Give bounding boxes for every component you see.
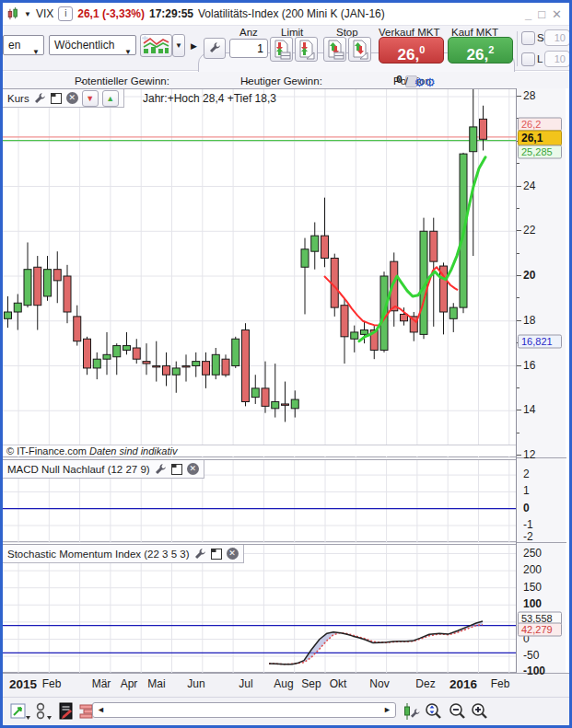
quantity-input[interactable] [229, 39, 268, 58]
symbol-menu-caret[interactable]: ▼ [24, 10, 31, 18]
candle-body [449, 307, 457, 318]
stop-points-input[interactable]: 10 [544, 29, 570, 46]
close-pane-icon[interactable]: ✕ [66, 92, 78, 104]
candlestick-icon [6, 7, 19, 20]
stop-checkbox[interactable] [521, 31, 535, 45]
today-profit-value: - [246, 75, 250, 87]
smi-axis-label: 150 [523, 581, 542, 594]
minimize-button[interactable]: _ [525, 7, 531, 21]
sell-market-button[interactable]: 26,0 [379, 37, 444, 64]
instrument-description: Volatilitäts-Index (200 Mini K (JAN-16) [198, 7, 385, 20]
price-axis-label: 24 [523, 179, 535, 192]
candle-body [242, 330, 250, 402]
price-chart[interactable] [3, 89, 516, 458]
maximize-button[interactable]: □ [538, 7, 545, 21]
smi-chart[interactable] [3, 545, 516, 674]
chart-style-button[interactable] [140, 34, 172, 57]
candle-body [172, 368, 180, 375]
candle-body [351, 332, 358, 339]
wrench-icon[interactable] [33, 92, 46, 105]
horizontal-scrollbar[interactable]: ◄ ► [92, 702, 396, 718]
series-type-dropdown[interactable]: en▼ [3, 35, 44, 55]
today-profit-label: Heutiger Gewinn: - [240, 74, 246, 85]
wrench-icon[interactable] [193, 548, 206, 560]
scroll-left-icon[interactable]: ◄ [97, 705, 105, 714]
x-axis-label: Sep [301, 677, 321, 690]
smi-axis-label: 200 [523, 563, 542, 576]
buy-market-button[interactable]: 26,2 [448, 37, 513, 64]
time-axis[interactable]: 2015FebMärAprMaiJunJulAugSepOktNovDez201… [3, 673, 569, 697]
limit-order-icon [296, 38, 317, 61]
candle-body [232, 339, 239, 365]
candle-body [5, 312, 12, 318]
trade-settings-button[interactable] [204, 38, 226, 59]
scroll-right-icon[interactable]: ► [383, 705, 391, 714]
wrench-icon [208, 41, 221, 54]
close-pane-icon[interactable]: ✕ [227, 548, 239, 560]
candle-body [301, 249, 309, 268]
x-axis-label: Dez [415, 677, 435, 690]
axis-tick [517, 433, 519, 433]
candle-body [163, 366, 170, 376]
candle-body [430, 231, 438, 261]
smi-axis-label: 250 [523, 547, 542, 560]
axis-tick [517, 365, 521, 366]
stop-checkbox-label: S [537, 32, 544, 43]
price-axis[interactable]: 2824222018161412210-1-22502001501000-50-… [516, 88, 566, 673]
sell-arrow-button[interactable]: ▼ [82, 90, 99, 107]
close-pane-icon[interactable]: ✕ [187, 463, 199, 475]
stop-buy-button[interactable] [348, 37, 371, 62]
candle-body [203, 362, 210, 376]
order-settings-gears-icon[interactable]: ⚙⚙ [414, 75, 435, 89]
disclaimer-note: Daten sind indikativ [89, 445, 177, 456]
axis-tick [517, 387, 519, 388]
price-axis-label: 22 [523, 224, 535, 237]
smi-axis-label: -100 [523, 664, 545, 677]
detach-panel-icon[interactable] [170, 463, 183, 476]
chart-style-caret[interactable]: ▼ [172, 34, 185, 57]
detach-panel-icon[interactable] [50, 92, 63, 105]
limit-points-input[interactable]: 10 [544, 51, 570, 67]
price-axis-label: 12 [523, 448, 535, 461]
price-axis-label: 18 [523, 314, 535, 327]
last-price-change: 26,1 (-3,33%) [77, 7, 145, 20]
draw-tool-button[interactable] [10, 701, 32, 722]
limit-checkbox[interactable] [521, 52, 535, 66]
chart-settings-button[interactable] [402, 701, 422, 722]
x-axis-label: Apr [121, 677, 138, 690]
candle-body [470, 127, 477, 152]
x-axis-label: 2015 [9, 677, 37, 691]
smi-pane: Stochastic Momentum Index (22 3 5 3) ✕ [3, 544, 516, 673]
candle-body [103, 354, 111, 359]
candle-body [222, 359, 229, 375]
candle-body [480, 119, 487, 139]
timeframe-dropdown[interactable]: Wöchentlich▼ [49, 35, 136, 55]
snap-mode-button[interactable] [34, 701, 54, 722]
position-label: Position: 0 / 0 ⚙⚙ [393, 74, 414, 85]
limit-checkbox-label: L [537, 53, 543, 64]
macd-axis-label: 2 [523, 468, 530, 480]
buy-arrow-button[interactable]: ▲ [102, 90, 119, 107]
limit-buy-button[interactable] [295, 37, 318, 62]
zoom-vertical-button[interactable] [423, 701, 445, 722]
x-axis-label: Aug [274, 677, 293, 690]
candle-body [153, 366, 160, 367]
year-range-note: Jahr:+Hoch 28,4 +Tief 18,3 [143, 92, 276, 105]
wrench-icon[interactable] [154, 463, 167, 476]
collapse-arrow-icon[interactable]: ▶ [191, 41, 197, 51]
candle-body [14, 303, 21, 312]
candle-body [64, 276, 71, 312]
macd-axis-label: -2 [523, 530, 533, 543]
info-icon[interactable]: i [58, 6, 73, 21]
limit-sell-button[interactable] [270, 37, 293, 62]
stop-sell-button[interactable] [323, 37, 346, 62]
price-axis-label: 28 [523, 89, 535, 102]
notes-button[interactable] [58, 701, 75, 722]
zoom-in-button[interactable] [469, 701, 491, 722]
smi-axis-label: 100 [523, 597, 542, 610]
detach-panel-icon[interactable] [210, 548, 223, 560]
price-axis-label: 16 [523, 359, 535, 372]
close-button[interactable]: ✕ [552, 7, 562, 21]
zoom-out-button[interactable] [447, 701, 469, 722]
smi-pane-title: Stochastic Momentum Index (22 3 5 3) [7, 549, 190, 560]
